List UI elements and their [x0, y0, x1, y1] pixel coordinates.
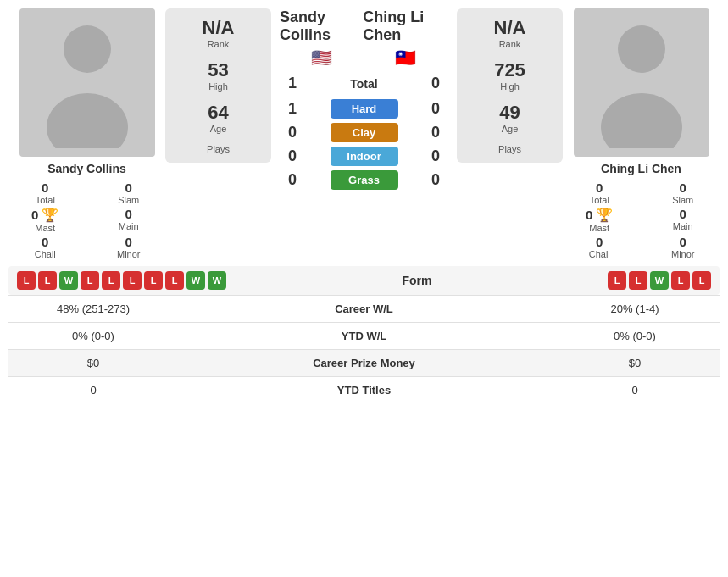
ytd-titles-row: 0 YTD Titles 0 — [8, 376, 720, 403]
form-badge-l: L — [165, 271, 184, 290]
left-avatar — [19, 8, 155, 157]
left-age-item: 64 Age — [208, 102, 228, 134]
svg-point-0 — [64, 25, 111, 73]
indoor-row: 0 Indoor 0 — [280, 147, 448, 166]
left-name-center: Sandy Collins — [280, 8, 363, 44]
left-stat-total: 0 Total — [8, 180, 82, 205]
left-stat-minor: 0 Minor — [92, 235, 166, 259]
left-career-wl: 48% (251-273) — [17, 302, 169, 315]
form-badge-l: L — [692, 271, 711, 290]
total-label: Total — [305, 77, 423, 91]
form-label: Form — [231, 274, 603, 287]
total-right-score: 0 — [423, 75, 448, 92]
left-prize: $0 — [17, 357, 169, 369]
career-wl-row: 48% (251-273) Career W/L 20% (1-4) — [8, 295, 720, 322]
form-badge-w: W — [59, 271, 78, 290]
right-stat-mast: 0 🏆 Mast — [563, 207, 636, 233]
prize-row: $0 Career Prize Money $0 — [8, 349, 720, 376]
left-high-item: 53 High — [208, 59, 228, 92]
indoor-btn: Indoor — [331, 147, 398, 166]
ytd-wl-label: YTD W/L — [169, 330, 559, 342]
form-badge-l: L — [144, 271, 163, 290]
right-ytd-titles: 0 — [559, 384, 711, 397]
right-player-name: Ching Li Chen — [601, 162, 681, 175]
left-ytd-wl: 0% (0-0) — [17, 330, 169, 342]
right-rank-item: N/A Rank — [494, 17, 526, 49]
right-avatar — [574, 8, 709, 157]
left-trophy-icon: 🏆 — [42, 207, 58, 223]
right-stat-minor: 0 Minor — [647, 235, 720, 259]
left-stats-card: N/A Rank 53 High 64 Age Plays — [165, 8, 271, 163]
svg-point-3 — [601, 93, 682, 148]
form-section: LLWLLLLLWW Form LLWLL — [8, 266, 720, 295]
total-row: 1 Total 0 — [280, 75, 448, 92]
left-form-badges: LLWLLLLLWW — [17, 271, 226, 290]
form-badge-w: W — [186, 271, 205, 290]
clay-row: 0 Clay 0 — [280, 123, 448, 142]
right-prize: $0 — [559, 357, 711, 369]
right-stat-slam: 0 Slam — [647, 180, 720, 205]
right-flag: 🇹🇼 — [395, 47, 416, 68]
right-stat-chall: 0 Chall — [563, 235, 636, 259]
right-stats-card: N/A Rank 725 High 49 Age Plays — [457, 8, 563, 163]
right-stat-main: 0 Main — [647, 207, 720, 233]
svg-point-1 — [47, 93, 128, 148]
left-stats-grid: 0 Total 0 Slam 0 🏆 Mast 0 Main — [8, 180, 165, 259]
clay-btn: Clay — [331, 123, 398, 142]
form-badge-l: L — [102, 271, 120, 290]
grass-btn: Grass — [331, 170, 398, 190]
left-stat-chall: 0 Chall — [8, 235, 82, 259]
form-badge-w: W — [650, 271, 669, 290]
prize-label: Career Prize Money — [169, 357, 559, 369]
right-form-badges: LLWLL — [608, 271, 711, 290]
form-badge-w: W — [208, 271, 226, 290]
form-badge-l: L — [38, 271, 57, 290]
player-names-row: Sandy Collins 🇺🇸 Ching Li Chen 🇹🇼 — [280, 8, 448, 68]
hard-row: 1 Hard 0 — [280, 99, 448, 119]
right-plays-item: Plays — [498, 144, 521, 154]
form-badge-l: L — [81, 271, 99, 290]
right-career-wl: 20% (1-4) — [559, 302, 711, 315]
form-badge-l: L — [671, 271, 690, 290]
form-badge-l: L — [17, 271, 36, 290]
career-wl-label: Career W/L — [169, 302, 559, 315]
top-section: Sandy Collins 0 Total 0 Slam 0 🏆 Mast — [8, 8, 720, 259]
right-trophy-icon: 🏆 — [596, 207, 613, 223]
ytd-titles-label: YTD Titles — [169, 384, 559, 397]
right-age-item: 49 Age — [499, 102, 520, 134]
left-rank-item: N/A Rank — [203, 17, 235, 49]
center-section: Sandy Collins 🇺🇸 Ching Li Chen 🇹🇼 1 Tota… — [271, 8, 457, 194]
stats-rows: 48% (251-273) Career W/L 20% (1-4) 0% (0… — [8, 295, 720, 403]
left-stat-main: 0 Main — [92, 207, 166, 233]
left-flag: 🇺🇸 — [311, 47, 332, 68]
form-badge-l: L — [123, 271, 142, 290]
left-plays-item: Plays — [207, 144, 230, 154]
left-ytd-titles: 0 — [17, 384, 169, 397]
total-left-score: 1 — [280, 75, 305, 92]
ytd-wl-row: 0% (0-0) YTD W/L 0% (0-0) — [8, 322, 720, 349]
left-player-name: Sandy Collins — [47, 162, 126, 175]
svg-point-2 — [618, 25, 665, 73]
form-badge-l: L — [629, 271, 647, 290]
left-stat-slam: 0 Slam — [92, 180, 166, 205]
right-player-block: Ching Li Chen 0 Total 0 Slam 0 🏆 Mast — [563, 8, 720, 259]
grass-row: 0 Grass 0 — [280, 170, 448, 190]
left-player-block: Sandy Collins 0 Total 0 Slam 0 🏆 Mast — [8, 8, 165, 259]
right-high-item: 725 High — [494, 59, 525, 92]
right-stats-grid: 0 Total 0 Slam 0 🏆 Mast 0 Main — [563, 180, 720, 259]
right-stat-total: 0 Total — [563, 180, 636, 205]
main-container: Sandy Collins 0 Total 0 Slam 0 🏆 Mast — [0, 0, 728, 577]
form-badge-l: L — [608, 271, 626, 290]
right-ytd-wl: 0% (0-0) — [559, 330, 711, 342]
right-name-center: Ching Li Chen — [363, 8, 448, 44]
hard-btn: Hard — [331, 99, 398, 119]
left-stat-mast: 0 🏆 Mast — [8, 207, 82, 233]
